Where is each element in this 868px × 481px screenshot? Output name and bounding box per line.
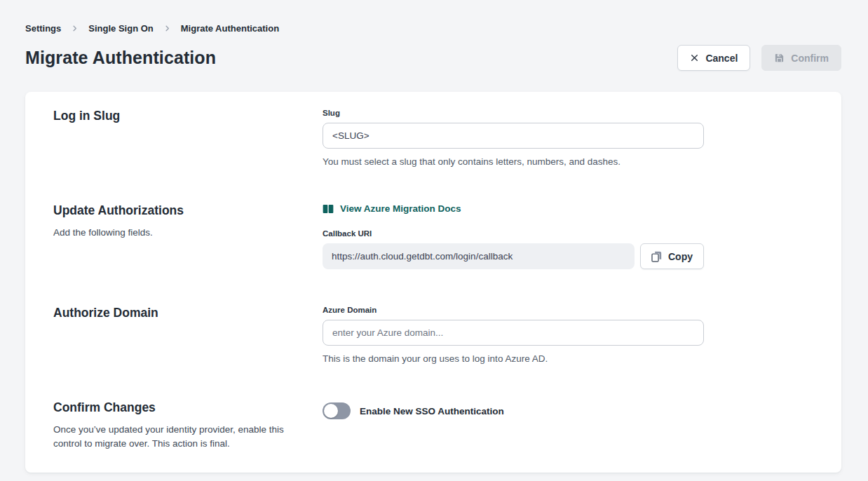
cancel-button-label: Cancel	[705, 53, 738, 64]
breadcrumb-settings[interactable]: Settings	[25, 23, 61, 34]
section-authorize-domain: Authorize Domain Azure Domain This is th…	[53, 306, 813, 364]
close-icon	[690, 53, 699, 62]
azure-domain-helper-text: This is the domain your org uses to log …	[323, 353, 704, 364]
cancel-button[interactable]: Cancel	[677, 45, 750, 71]
azure-domain-field-label: Azure Domain	[323, 306, 704, 314]
slug-helper-text: You must select a slug that only contain…	[323, 156, 704, 167]
confirm-button-label: Confirm	[791, 53, 829, 64]
breadcrumb-single-sign-on[interactable]: Single Sign On	[88, 23, 153, 34]
book-icon	[323, 204, 334, 214]
authorize-domain-heading: Authorize Domain	[53, 306, 323, 320]
section-update-authorizations: Update Authorizations Add the following …	[53, 203, 813, 269]
breadcrumb: Settings Single Sign On Migrate Authenti…	[0, 0, 868, 34]
azure-migration-docs-link-label: View Azure Migration Docs	[340, 203, 461, 214]
copy-button-label: Copy	[668, 251, 693, 262]
section-login-slug: Log in Slug Slug You must select a slug …	[53, 109, 813, 167]
azure-domain-input[interactable]	[323, 320, 704, 346]
chevron-right-icon	[71, 25, 79, 32]
page-title: Migrate Authentication	[25, 48, 216, 68]
confirm-changes-heading: Confirm Changes	[53, 400, 323, 415]
slug-input[interactable]	[323, 123, 704, 149]
update-authorizations-heading: Update Authorizations	[53, 203, 323, 218]
header-actions: Cancel Confirm	[677, 45, 841, 71]
update-authorizations-description: Add the following fields.	[53, 226, 290, 240]
save-icon	[774, 53, 785, 63]
settings-card: Log in Slug Slug You must select a slug …	[25, 92, 841, 473]
copy-button[interactable]: Copy	[640, 243, 704, 269]
enable-sso-toggle-label: Enable New SSO Authentication	[360, 406, 504, 416]
login-slug-heading: Log in Slug	[53, 109, 323, 123]
callback-uri-field-label: Callback URI	[323, 229, 704, 238]
section-confirm-changes: Confirm Changes Once you’ve updated your…	[53, 400, 813, 452]
slug-field-label: Slug	[323, 109, 704, 117]
azure-migration-docs-link[interactable]: View Azure Migration Docs	[323, 203, 461, 214]
toggle-knob	[324, 404, 338, 418]
chevron-right-icon	[163, 25, 171, 32]
breadcrumb-migrate-authentication: Migrate Authentication	[181, 23, 279, 34]
enable-sso-toggle[interactable]	[323, 402, 351, 419]
page-header: Migrate Authentication Cancel Confirm	[0, 45, 868, 71]
confirm-changes-description: Once you’ve updated your identity provid…	[53, 423, 290, 452]
copy-icon	[651, 251, 662, 262]
confirm-button[interactable]: Confirm	[761, 45, 841, 71]
callback-uri-value: https://auth.cloud.getdbt.com/login/call…	[323, 243, 635, 269]
callback-uri-row: https://auth.cloud.getdbt.com/login/call…	[323, 243, 704, 269]
sso-toggle-row: Enable New SSO Authentication	[323, 402, 704, 419]
